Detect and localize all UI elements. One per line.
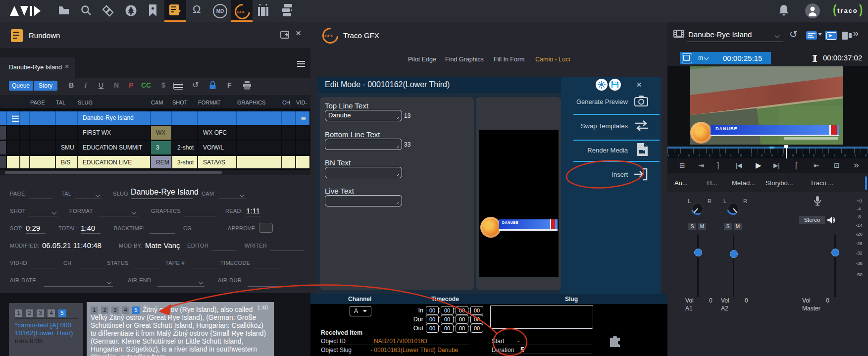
step-back-icon[interactable]: |◀	[736, 162, 742, 169]
tab-scrollbar[interactable]	[865, 176, 867, 190]
format-dropdown[interactable]	[98, 216, 138, 216]
tab-audio[interactable]: Au...	[674, 179, 688, 187]
audio-mode-dropdown[interactable]: m	[698, 54, 703, 61]
lock-icon[interactable]	[209, 81, 216, 90]
tab-find-graphics[interactable]: Find Graphics	[445, 56, 484, 63]
mark-in-icon[interactable]: [	[795, 161, 797, 169]
popout-icon[interactable]	[280, 31, 289, 39]
table-hscrollbar[interactable]	[0, 170, 310, 175]
timeline-scrubber[interactable]	[667, 147, 868, 158]
graphics-field[interactable]	[184, 216, 216, 216]
top-line-text-input[interactable]: Danube	[325, 110, 402, 121]
app-gfx-tile[interactable]: GFX	[231, 0, 253, 22]
goto-in-icon[interactable]: ⇥	[698, 161, 704, 169]
render-media-button[interactable]: Render Media	[564, 147, 628, 154]
tab-h[interactable]: H...	[707, 179, 717, 187]
story-button[interactable]: Story	[34, 81, 57, 91]
pan-knob-a1[interactable]	[691, 202, 704, 215]
airdur-field[interactable]	[248, 286, 290, 287]
live-text-input[interactable]	[325, 195, 402, 206]
undo-icon[interactable]: ↺	[192, 80, 199, 90]
video-frame[interactable]: DANUBE	[690, 66, 843, 145]
puzzle-piece-icon[interactable]	[608, 333, 622, 348]
tab-storyboard[interactable]: Storybo...	[766, 179, 793, 187]
chevron-down-icon[interactable]	[818, 33, 822, 36]
underline-button[interactable]: U	[99, 81, 103, 89]
refresh-icon[interactable]: ↺	[789, 28, 798, 40]
tc-out-ss[interactable]: 00	[456, 324, 468, 333]
solo-button-a2[interactable]: S	[724, 223, 732, 230]
insert-icon[interactable]	[634, 168, 648, 181]
tab-camio-luci[interactable]: Camio - Luci	[535, 56, 570, 63]
tab-pilot-edge[interactable]: Pilot Edge	[408, 56, 436, 63]
airdate-dropdown[interactable]	[44, 286, 113, 287]
user-avatar[interactable]	[805, 3, 820, 18]
volume-thumb-master[interactable]	[831, 249, 839, 256]
camera-icon[interactable]	[634, 95, 648, 107]
tc-in-ff[interactable]: 00	[470, 306, 483, 315]
layout-icon[interactable]	[842, 32, 852, 40]
format-f-button[interactable]: F	[227, 81, 232, 89]
close-modal-icon[interactable]: ×	[636, 79, 642, 90]
vidid-field[interactable]	[33, 268, 57, 268]
browse-folder-icon[interactable]	[58, 6, 69, 15]
app-md-tile[interactable]: MD	[209, 0, 231, 20]
slug-field[interactable]: Danube-Rye Island	[131, 188, 199, 197]
queue-button[interactable]: Queue	[9, 81, 33, 91]
volume-thumb-a1[interactable]	[694, 249, 702, 256]
mute-button-a1[interactable]: M	[698, 223, 706, 230]
bookmark-icon[interactable]	[149, 4, 157, 17]
tab-menu-icon[interactable]	[297, 61, 305, 67]
tc-in-mm[interactable]: 00	[441, 306, 454, 315]
tc-dur-mm[interactable]: 00	[441, 315, 454, 324]
notifications-bell-icon[interactable]	[778, 4, 789, 17]
tal-dropdown[interactable]	[75, 199, 102, 199]
app-omega-tile[interactable]: Ω	[187, 0, 209, 20]
currency-button[interactable]: $	[161, 81, 165, 89]
shot-dropdown[interactable]	[29, 216, 58, 216]
tc-dur-ss[interactable]: 00	[456, 315, 468, 324]
backtime-field[interactable]	[150, 233, 175, 234]
mark-out-icon[interactable]: ]	[717, 161, 719, 169]
tc-out-mm[interactable]: 00	[441, 324, 454, 333]
monitor-icon[interactable]	[682, 53, 692, 63]
tape-field[interactable]	[192, 268, 217, 268]
tc-out-hh[interactable]: 00	[426, 324, 439, 333]
print-icon[interactable]	[243, 81, 252, 90]
generate-preview-button[interactable]: Generate Preview	[564, 98, 628, 105]
render-media-icon[interactable]	[636, 143, 648, 156]
table-row[interactable]: SMU EDUCATION SUMMIT 3 2-shot VO/W/L	[0, 141, 310, 154]
tab-traco[interactable]: Traco ...	[810, 179, 833, 187]
microphone-icon[interactable]	[814, 196, 821, 206]
bold-button[interactable]: B	[69, 81, 74, 89]
more-transport-icon[interactable]: »	[854, 159, 859, 170]
swap-templates-button[interactable]: Swap Templates	[564, 122, 628, 130]
volume-slider-a1[interactable]	[697, 235, 699, 297]
volume-thumb-a2[interactable]	[730, 250, 738, 258]
tc-dur-ff[interactable]: 00	[470, 315, 483, 324]
tc-in-ss[interactable]: 00	[456, 306, 468, 315]
tc-dur-hh[interactable]: 00	[426, 315, 439, 324]
solo-button-a1[interactable]: S	[688, 223, 696, 230]
cue-pagination[interactable]: 12345	[15, 308, 69, 317]
tab-fill-in-form[interactable]: Fill In Form	[494, 56, 525, 63]
playhead[interactable]	[786, 147, 787, 158]
app-rundown-tile[interactable]	[164, 0, 186, 22]
italic-button[interactable]: I	[85, 81, 87, 89]
mute-button-a2[interactable]: M	[734, 223, 742, 230]
keyboard-icon[interactable]	[173, 83, 183, 90]
volume-slider-master[interactable]	[834, 235, 836, 297]
tree-icon[interactable]	[125, 4, 137, 17]
close-panel-icon[interactable]: ×	[296, 28, 301, 39]
editor-field[interactable]	[212, 251, 236, 251]
slug-textbox[interactable]	[490, 305, 593, 329]
bn-text-input[interactable]	[325, 167, 402, 178]
bottom-line-text-input[interactable]	[325, 139, 402, 150]
writer-field[interactable]	[270, 251, 305, 251]
asset-name-dropdown[interactable]: Danube-Rye Island	[688, 30, 752, 39]
stereo-mode-chip[interactable]: Stereo	[799, 216, 825, 224]
camio-item-link[interactable]: *camio-test [A] 000 10162(Lower Third) r…	[15, 321, 73, 345]
match-frame-icon[interactable]: ⊡	[834, 161, 840, 169]
insert-button[interactable]: Insert	[584, 171, 628, 178]
tc-in-hh[interactable]: 00	[426, 306, 439, 315]
